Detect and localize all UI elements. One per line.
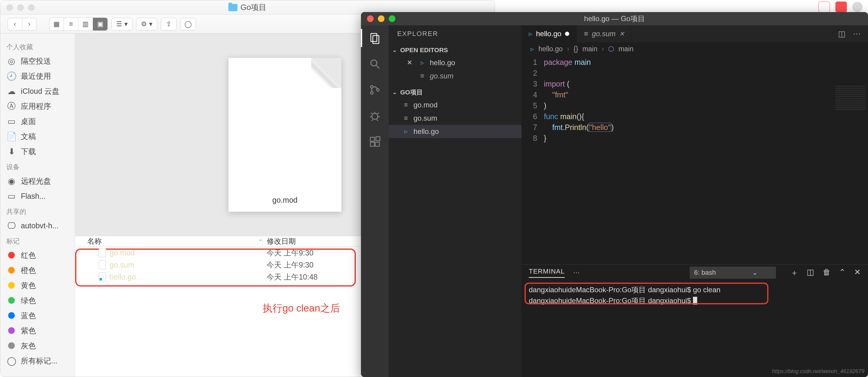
tag-button[interactable]: ◯	[180, 18, 196, 30]
column-name[interactable]: 名称 ⌃	[75, 236, 262, 246]
go-file-icon: ▹	[418, 59, 426, 67]
preview-filename: go.mod	[228, 196, 341, 204]
svg-rect-9	[370, 142, 374, 146]
lines-file-icon: ≡	[402, 114, 410, 122]
split-terminal-icon[interactable]: ◫	[807, 268, 814, 278]
terminal-selector[interactable]: 6: bash ⌄	[690, 267, 776, 279]
folder-header[interactable]: ⌄ GO项目	[389, 86, 522, 98]
terminal-body[interactable]: dangxiaohuideMacBook-Pro:Go项目 dangxiaohu…	[522, 281, 868, 377]
sidebar-tag[interactable]: 灰色	[0, 338, 75, 353]
vscode-window: hello.go — Go项目 EXPLORER ⌄	[361, 12, 868, 377]
sidebar-shared[interactable]: 🖵 autobvt-h...	[0, 218, 75, 233]
source-control-icon[interactable]	[368, 83, 382, 97]
file-icon	[99, 260, 106, 269]
recent-icon: 🕘	[6, 71, 17, 81]
folder-icon	[228, 4, 238, 11]
open-editor-item[interactable]: ✕ ▹ hello.go	[389, 56, 522, 69]
sidebar-item-apps[interactable]: Ⓐ 应用程序	[0, 99, 75, 114]
traffic-max[interactable]	[28, 4, 35, 11]
traffic-max[interactable]	[389, 15, 395, 22]
sidebar-item-docs[interactable]: 📄 文稿	[0, 129, 75, 144]
view-icon-grid[interactable]: ▦	[50, 18, 64, 30]
view-list[interactable]: ≡	[64, 18, 79, 30]
watermark: https://blog.csdn.net/weixin_46192679	[772, 368, 864, 375]
svg-rect-1	[373, 36, 379, 44]
chevron-right-icon: ›	[567, 45, 569, 53]
svg-rect-10	[375, 142, 379, 146]
split-editor-icon[interactable]: ◫	[838, 29, 846, 39]
debug-icon[interactable]	[368, 109, 382, 123]
traffic-close[interactable]	[367, 15, 374, 22]
view-switcher[interactable]: ▦ ≡ ▥ ▣	[49, 18, 108, 31]
explorer-icon[interactable]	[368, 31, 382, 45]
extensions-icon[interactable]	[368, 135, 382, 149]
share-button[interactable]: ⇪	[161, 18, 177, 30]
code-editor[interactable]: 12345678 package main import ( "fmt")fun…	[522, 56, 868, 264]
traffic-lights[interactable]	[367, 15, 395, 22]
avatar[interactable]	[852, 2, 863, 12]
minimap[interactable]	[835, 85, 866, 110]
terminal-more-icon[interactable]: ⋯	[573, 269, 580, 277]
close-icon[interactable]: ✕	[407, 59, 415, 67]
trash-icon[interactable]: 🗑	[823, 268, 831, 278]
browser-button-1[interactable]	[818, 1, 830, 12]
folder-file-item[interactable]: ▹ hello.go	[389, 125, 522, 138]
sidebar-item-icloud[interactable]: ☁ iCloud 云盘	[0, 83, 75, 99]
sidebar-tag[interactable]: 紫色	[0, 323, 75, 338]
document-preview[interactable]: go.mod	[228, 58, 341, 212]
lines-file-icon: ≡	[584, 30, 588, 38]
view-columns[interactable]: ▥	[79, 18, 93, 30]
disk-icon: ▭	[6, 191, 17, 201]
svg-point-2	[371, 60, 377, 66]
editor-tab[interactable]: ≡ go.sum ✕	[577, 25, 632, 42]
svg-line-3	[376, 65, 379, 68]
close-icon[interactable]: ✕	[619, 30, 624, 37]
traffic-min[interactable]	[17, 4, 24, 11]
sidebar-tag[interactable]: 绿色	[0, 293, 75, 308]
chevron-down-icon: ⌄	[392, 89, 397, 96]
open-editor-item[interactable]: ≡ go.sum	[389, 69, 522, 83]
folder-file-item[interactable]: ≡ go.sum	[389, 112, 522, 125]
sidebar-tag[interactable]: 黄色	[0, 278, 75, 293]
editor-tab[interactable]: ▹ hello.go	[522, 25, 577, 42]
finder-sidebar: 个人收藏 ◎ 隔空投送 🕘 最近使用 ☁ iCloud 云盘 Ⓐ 应用程序 ▭ …	[0, 33, 75, 377]
sidebar-item-desktop[interactable]: ▭ 桌面	[0, 114, 75, 129]
search-icon[interactable]	[368, 57, 382, 71]
chevron-right-icon: ›	[601, 45, 604, 53]
sidebar-tag[interactable]: 橙色	[0, 263, 75, 278]
sidebar-item-downloads[interactable]: ⬇ 下载	[0, 144, 75, 159]
more-actions-icon[interactable]: ⋯	[853, 29, 861, 39]
sidebar-all-tags[interactable]: ◯ 所有标记...	[0, 353, 75, 368]
annotation-caption: 执行go clean之后	[262, 302, 340, 315]
svg-point-6	[377, 89, 379, 91]
view-gallery[interactable]: ▣	[93, 18, 107, 30]
traffic-lights[interactable]	[6, 4, 35, 11]
chevron-up-icon[interactable]: ⌃	[839, 268, 846, 278]
sidebar-device[interactable]: ◉ 远程光盘	[0, 173, 75, 188]
svg-rect-11	[376, 137, 380, 141]
breadcrumb[interactable]: ▹ hello.go › {} main › ⬡ main	[522, 42, 868, 56]
new-terminal-icon[interactable]: ＋	[790, 268, 798, 278]
terminal-tab[interactable]: TERMINAL	[529, 268, 565, 278]
action-button[interactable]: ⚙ ▾	[136, 18, 157, 30]
code-content[interactable]: package main import ( "fmt")func main(){…	[544, 56, 868, 264]
traffic-close[interactable]	[6, 4, 13, 11]
sidebar-item-airdrop[interactable]: ◎ 隔空投送	[0, 54, 75, 68]
svg-point-4	[371, 85, 373, 88]
back-button[interactable]: ‹	[7, 18, 22, 30]
folder-file-item[interactable]: ≡ go.mod	[389, 98, 522, 112]
sidebar-tag[interactable]: 红色	[0, 248, 75, 263]
desktop-icon: ▭	[6, 116, 17, 126]
activity-bar	[361, 25, 389, 377]
sidebar-tag[interactable]: 蓝色	[0, 308, 75, 323]
close-panel-icon[interactable]: ✕	[854, 268, 861, 278]
arrange-button[interactable]: ☰ ▾	[112, 18, 132, 30]
browser-button-2[interactable]	[835, 1, 847, 12]
go-file-icon: ▹	[529, 30, 532, 38]
sidebar-device[interactable]: ▭ Flash...	[0, 188, 75, 204]
forward-button[interactable]: ›	[22, 18, 36, 30]
lines-file-icon: ≡	[402, 101, 410, 109]
sidebar-item-recent[interactable]: 🕘 最近使用	[0, 68, 75, 83]
traffic-min[interactable]	[378, 15, 384, 22]
open-editors-header[interactable]: ⌄ OPEN EDITORS	[389, 44, 522, 56]
